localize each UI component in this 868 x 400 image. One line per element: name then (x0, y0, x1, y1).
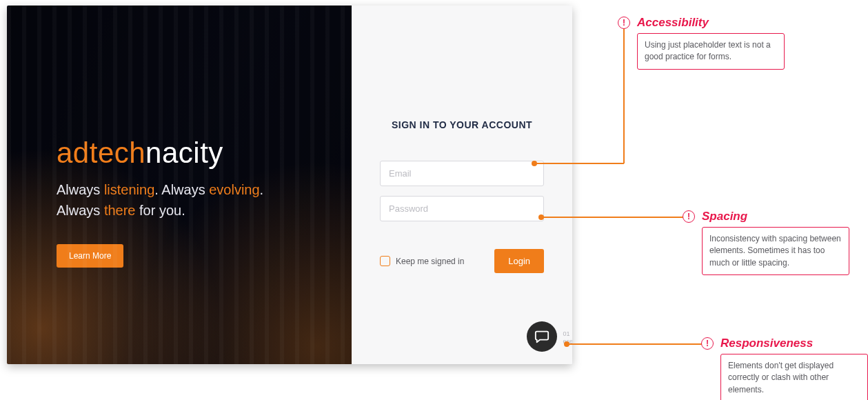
chat-icon (534, 329, 549, 344)
password-field[interactable] (380, 196, 544, 221)
app-screenshot: adtechnacity Always listening. Always ev… (7, 6, 572, 364)
annotation-title-spacing: Spacing (702, 210, 747, 223)
annotation-title-accessibility: Accessibility (637, 16, 709, 30)
logo: adtechnacity (57, 137, 352, 170)
connector-line (541, 217, 686, 218)
email-field[interactable] (380, 161, 544, 186)
logo-part-1: adtech (57, 137, 145, 169)
signin-form-row: Keep me signed in Login (380, 249, 544, 273)
logo-part-2: nacity (145, 137, 223, 169)
annotation-title-responsiveness: Responsiveness (720, 337, 813, 350)
connector-line (567, 343, 705, 345)
learn-more-button[interactable]: Learn More (57, 244, 123, 268)
connector-line (534, 163, 624, 164)
keep-signed-in-label: Keep me signed in (396, 257, 464, 266)
chat-button[interactable] (527, 321, 557, 352)
keep-signed-in[interactable]: Keep me signed in (380, 256, 464, 266)
signin-title: SIGN IN TO YOUR ACCOUNT (379, 119, 545, 130)
warning-badge-icon: ! (618, 17, 630, 29)
signin-panel: SIGN IN TO YOUR ACCOUNT Keep me signed i… (352, 6, 572, 364)
login-button[interactable]: Login (494, 249, 544, 273)
tagline: Always listening. Always evolving. Alway… (57, 179, 352, 221)
connector-line (623, 26, 625, 163)
annotation-body-accessibility: Using just placeholder text is not a goo… (637, 33, 785, 70)
annotation-body-spacing: Inconsistency with spacing between eleme… (702, 227, 849, 275)
keep-signed-in-checkbox[interactable] (380, 256, 390, 266)
warning-badge-icon: ! (701, 337, 714, 350)
annotation-body-responsiveness: Elements don't get displayed correctly o… (720, 354, 868, 400)
warning-badge-icon: ! (683, 210, 695, 223)
hero-panel: adtechnacity Always listening. Always ev… (7, 6, 352, 364)
